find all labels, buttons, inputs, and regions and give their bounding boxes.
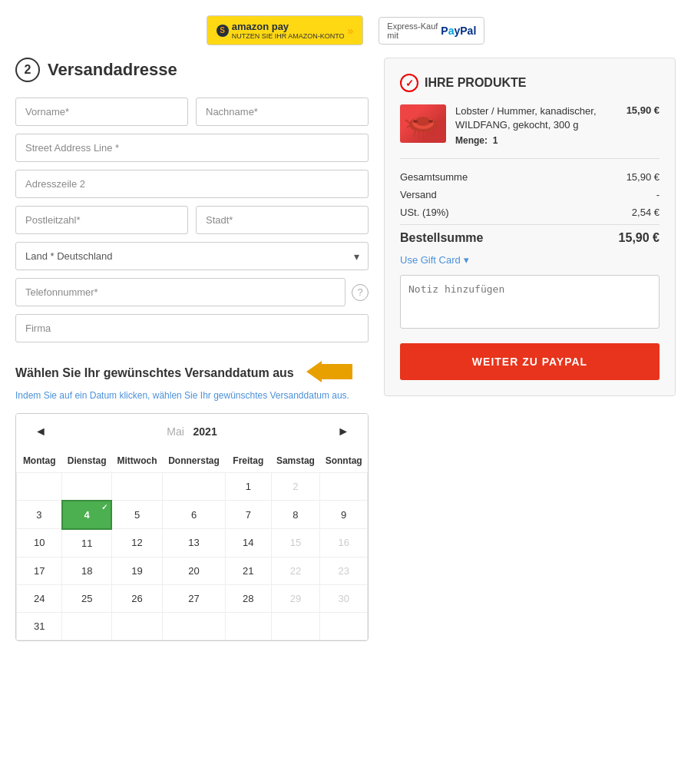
col-friday: Freitag (226, 449, 271, 473)
calendar-day[interactable]: 6 (162, 501, 225, 529)
col-sunday: Sonntag (320, 449, 368, 473)
total-row: Bestellsumme 15,90 € (400, 224, 660, 245)
postcode-field (15, 206, 188, 234)
address-line2-row (15, 170, 369, 198)
paypal-express-button[interactable]: Express-Kaufmit PayPal (379, 17, 484, 45)
last-name-input[interactable] (196, 98, 369, 126)
calendar-day[interactable]: 28 (226, 584, 271, 612)
calendar-prev-button[interactable]: ◄ (28, 422, 53, 442)
company-field (15, 314, 369, 342)
calendar-day[interactable]: 7 (226, 501, 271, 529)
svg-line-9 (414, 131, 415, 137)
shipping-label: Versand (400, 189, 437, 200)
calendar-day-empty (162, 612, 225, 640)
calendar-day[interactable]: 19 (111, 557, 162, 584)
calendar-day[interactable]: 9 (320, 501, 368, 529)
company-input[interactable] (15, 314, 369, 342)
first-name-input[interactable] (15, 98, 188, 126)
quantity-value: 1 (493, 135, 498, 146)
order-panel-title-text: IHRE PRODUKTE (425, 76, 526, 90)
calendar-day[interactable]: 14 (226, 529, 271, 557)
selected-checkmark: ✓ (101, 503, 107, 511)
street-address-row (15, 134, 369, 162)
calendar-day[interactable]: 1 (226, 473, 271, 501)
calendar-day[interactable]: 10 (17, 529, 62, 557)
calendar-day-empty (111, 612, 162, 640)
calendar-next-button[interactable]: ► (331, 422, 355, 442)
calendar-day[interactable]: 18 (62, 557, 112, 584)
calendar-week-6: 31 (17, 612, 368, 640)
calendar-day-selected[interactable]: ✓ 4 (62, 501, 112, 529)
phone-field (15, 278, 346, 306)
check-circle-icon: ✓ (400, 74, 418, 92)
svg-line-12 (427, 131, 428, 137)
phone-help-icon[interactable]: ? (352, 284, 369, 301)
col-monday: Montag (17, 449, 62, 473)
subtotal-row: Gesamtsumme 15,90 € (400, 171, 660, 183)
calendar-day[interactable]: 20 (162, 557, 225, 584)
city-input[interactable] (196, 206, 369, 234)
phone-input[interactable] (15, 278, 346, 306)
delivery-arrow-icon (306, 361, 352, 385)
calendar-day[interactable]: 8 (271, 501, 320, 529)
calendar-day[interactable]: 12 (111, 529, 162, 557)
paypal-express-label: Express-Kaufmit (387, 22, 438, 40)
calendar-day[interactable]: 27 (162, 584, 225, 612)
calendar-day[interactable]: 25 (62, 584, 112, 612)
gift-card-toggle[interactable]: Use Gift Card ▾ (400, 254, 660, 266)
postcode-input[interactable] (15, 206, 188, 234)
amazon-pay-button[interactable]: S amazon pay NUTZEN SIE IHR AMAZON-KONTO… (207, 15, 364, 45)
svg-point-15 (428, 120, 433, 123)
calendar-day-empty (111, 473, 162, 501)
total-value: 15,90 € (619, 231, 660, 245)
calendar-day-empty (17, 473, 62, 501)
calendar-day-empty (226, 612, 271, 640)
calendar-day-inactive: 30 (320, 584, 368, 612)
calendar-day[interactable]: 3 (17, 501, 62, 529)
col-saturday: Samstag (271, 449, 320, 473)
country-field: Land * Deutschland (15, 242, 369, 270)
amazon-pay-subtext: NUTZEN SIE IHR AMAZON-KONTO (232, 32, 345, 40)
paypal-button[interactable]: WEITER ZU PAYPAL (400, 343, 660, 380)
address-line2-input[interactable] (15, 170, 369, 198)
subtotal-label: Gesamtsumme (400, 171, 468, 183)
col-tuesday: Dienstag (62, 449, 112, 473)
calendar-week-4: 17 18 19 20 21 22 23 (17, 557, 368, 584)
calendar-day[interactable]: 31 (17, 612, 62, 640)
calendar-grid: Montag Dienstag Mittwoch Donnerstag Frei… (16, 449, 368, 640)
delivery-title-row: Wählen Sie Ihr gewünschtes Versanddatum … (15, 361, 369, 385)
name-row (15, 98, 369, 126)
page-title: Versandadresse (48, 60, 177, 80)
tax-label: USt. (19%) (400, 207, 449, 218)
order-panel-title: ✓ IHRE PRODUKTE (400, 74, 660, 92)
svg-line-13 (431, 131, 432, 137)
shipping-row: Versand - (400, 189, 660, 200)
calendar-day-inactive: 15 (271, 529, 320, 557)
col-thursday: Donnerstag (162, 449, 225, 473)
company-row (15, 314, 369, 342)
calendar-day[interactable]: 17 (17, 557, 62, 584)
calendar-day[interactable]: 5 (111, 501, 162, 529)
calendar-day[interactable]: 11 (62, 529, 112, 557)
calendar-month: Mai (167, 425, 184, 438)
gift-card-arrow-icon: ▾ (464, 254, 469, 266)
calendar-year: 2021 (193, 425, 217, 438)
delivery-section: Wählen Sie Ihr gewünschtes Versanddatum … (15, 361, 369, 401)
street-address-input[interactable] (15, 134, 369, 162)
tax-value: 2,54 € (632, 207, 660, 218)
calendar-day[interactable]: 13 (162, 529, 225, 557)
phone-row: ? (15, 278, 369, 306)
last-name-field (196, 98, 369, 126)
calendar-day[interactable]: 21 (226, 557, 271, 584)
note-textarea[interactable] (400, 275, 660, 329)
product-name: Lobster / Hummer, kanadischer, WILDFANG,… (455, 104, 617, 132)
country-select[interactable]: Land * Deutschland (15, 242, 369, 270)
total-label: Bestellsumme (400, 231, 484, 245)
amazon-chevron-icon: » (348, 25, 354, 37)
calendar-day-inactive: 22 (271, 557, 320, 584)
calendar-day[interactable]: 26 (111, 584, 162, 612)
calendar-day[interactable]: 24 (17, 584, 62, 612)
calendar-day-empty (320, 612, 368, 640)
street-address-field (15, 134, 369, 162)
right-column: ✓ IHRE PRODUKTE (384, 58, 676, 396)
